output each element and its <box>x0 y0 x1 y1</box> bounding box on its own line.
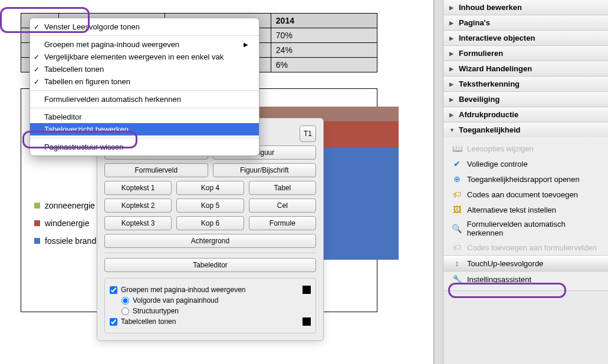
chevron-icon: ▶ <box>449 112 455 118</box>
chevron-icon: ▶ <box>449 81 455 87</box>
opt-label: Structuurtypen <box>133 307 179 315</box>
panel-button[interactable]: Formule <box>249 216 316 230</box>
menu-item-label: Groepen met pagina-inhoud weergeven <box>44 40 179 49</box>
submenu-arrow-icon: ▶ <box>244 41 248 48</box>
opt-label: Volgorde van paginainhoud <box>133 296 218 305</box>
tool-item: 📖Leesopties wijzigen <box>443 141 608 156</box>
accordion-header[interactable]: ▶Beveiliging <box>443 92 608 107</box>
tool-label: Formuliervelden automatisch herkennen <box>467 220 602 237</box>
document-area: 2012 2013 2014 70% 24% 6% <box>0 0 433 364</box>
accordion-header[interactable]: ▶Formulieren <box>443 46 608 61</box>
menu-item[interactable]: ✓Venster Leesvolgorde tonen <box>30 21 259 33</box>
chevron-icon: ▶ <box>449 35 455 41</box>
legend-label: zonneenergie <box>45 201 95 210</box>
menu-item[interactable]: Groepen met pagina-inhoud weergeven▶ <box>30 38 259 51</box>
panel-button[interactable]: Koptekst 2 <box>104 198 172 213</box>
tool-item[interactable]: 🖼Alternatieve tekst instellen <box>443 202 608 217</box>
tool-icon: 🖼 <box>452 204 462 215</box>
menu-item-label: Venster Leesvolgorde tonen <box>44 22 140 31</box>
legend-label: windenergie <box>45 219 90 228</box>
tool-item[interactable]: ✔Volledige controle <box>443 156 608 171</box>
panel-button[interactable]: Achtergrond <box>104 234 316 248</box>
panel-button[interactable]: Kop 6 <box>176 216 244 230</box>
accordion-header[interactable]: ▶Wizard Handelingen <box>443 61 608 76</box>
tool-item[interactable]: 🏷Codes aan document toevoegen <box>443 187 608 202</box>
tool-icon: ⊕ <box>452 174 462 184</box>
tool-icon: 🔍 <box>452 223 462 234</box>
accordion-header[interactable]: ▶Inhoud bewerken <box>443 0 608 15</box>
menu-item-label: Vergelijkbare elementen weergeven in een… <box>44 52 224 61</box>
panel-button[interactable]: Formulierveld <box>104 163 208 177</box>
panel-button[interactable]: Cel <box>249 198 316 213</box>
legend-swatch-icon <box>34 238 40 244</box>
menu-item[interactable]: ✓Vergelijkbare elementen weergeven in ee… <box>30 51 259 63</box>
tool-item[interactable]: 🔍Formuliervelden automatisch herkennen <box>443 217 608 240</box>
panel-button[interactable]: Figuur/Bijschrift <box>213 163 317 177</box>
color-swatch-icon[interactable] <box>303 286 311 294</box>
menu-item[interactable]: ✓Tabellen en figuren tonen <box>30 75 259 88</box>
accordion-label: Beveiliging <box>459 95 499 104</box>
tool-icon: ↕ <box>452 258 462 269</box>
checkbox-groups[interactable] <box>110 286 117 294</box>
tool-item[interactable]: ↕TouchUp-leesvolgorde <box>443 255 608 272</box>
check-icon: ✓ <box>34 65 40 74</box>
tool-item[interactable]: ⊕Toegankelijkheidsrapport openen <box>443 171 608 187</box>
accordion-label: Formulieren <box>459 49 503 58</box>
checkbox-cells[interactable] <box>110 318 117 326</box>
tool-icon: 📖 <box>452 143 462 154</box>
menu-item-label: Paginastructuur wissen <box>44 143 123 151</box>
tabeleditor-button[interactable]: Tabeleditor <box>104 258 316 272</box>
radio-types[interactable] <box>121 307 129 315</box>
opt-cells[interactable]: Tabelcellen tonen <box>110 317 311 326</box>
accordion-header[interactable]: ▶Interactieve objecten <box>443 31 608 45</box>
opt-groups[interactable]: Groepen met pagina-inhoud weergeven <box>110 286 311 294</box>
menu-item[interactable]: Tabeleditor <box>30 111 259 123</box>
tool-label: Alternatieve tekst instellen <box>467 206 556 214</box>
panel-icon[interactable]: T1 <box>300 125 316 142</box>
panel-button[interactable]: Kop 5 <box>176 198 244 213</box>
menu-item[interactable]: ✓Tabelcellen tonen <box>30 63 259 75</box>
chevron-icon: ▶ <box>449 51 455 57</box>
chevron-icon: ▶ <box>449 66 455 72</box>
radio-order[interactable] <box>121 297 129 305</box>
scrollbar[interactable] <box>434 0 443 364</box>
menu-item[interactable]: Paginastructuur wissen <box>30 141 259 153</box>
accordion-label: Toegankelijkheid <box>459 125 521 134</box>
accordion-label: Interactieve objecten <box>459 34 535 42</box>
menu-separator <box>30 90 259 91</box>
menu-item-label: Tabeloverzicht bewerken <box>44 125 129 134</box>
opt-types[interactable]: Structuurtypen <box>110 307 311 315</box>
accordion-header[interactable]: ▼Toegankelijkheid <box>443 123 608 137</box>
accordion-header[interactable]: ▶Tekstherkenning <box>443 77 608 91</box>
panel-button[interactable]: Koptekst 1 <box>104 181 172 195</box>
accordion-label: Pagina's <box>459 18 490 27</box>
opt-label: Tabelcellen tonen <box>121 317 176 326</box>
legend-swatch-icon <box>34 220 40 226</box>
context-menu[interactable]: ✓Venster Leesvolgorde tonenGroepen met p… <box>29 18 259 156</box>
panel-button[interactable]: Koptekst 3 <box>104 216 172 230</box>
tool-label: Codes toevoegen aan formuliervelden <box>467 243 597 252</box>
tool-label: Volledige controle <box>467 160 528 168</box>
chevron-icon: ▶ <box>449 5 455 11</box>
panel-button[interactable]: Tabel <box>249 181 316 195</box>
color-swatch-icon[interactable] <box>303 317 311 326</box>
accordion-header[interactable]: ▶Pagina's <box>443 15 608 30</box>
menu-item[interactable]: Tabeloverzicht bewerken <box>30 123 259 135</box>
panel-button[interactable]: Kop 4 <box>176 181 244 195</box>
menu-item-label: Tabellen en figuren tonen <box>44 77 130 86</box>
tools-pane: ▶Inhoud bewerken▶Pagina's▶Interactieve o… <box>433 0 608 364</box>
check-icon: ✓ <box>34 78 40 86</box>
accordion-header[interactable]: ▶Afdrukproductie <box>443 107 608 122</box>
check-icon: ✓ <box>34 53 40 61</box>
menu-item-label: Formuliervelden automatisch herkennen <box>44 95 181 104</box>
opt-order[interactable]: Volgorde van paginainhoud <box>110 296 311 305</box>
menu-item[interactable]: Formuliervelden automatisch herkennen <box>30 93 259 105</box>
chevron-icon: ▶ <box>449 97 455 102</box>
menu-item-label: Tabelcellen tonen <box>44 65 104 74</box>
tool-item: 🏷Codes toevoegen aan formuliervelden <box>443 240 608 255</box>
tool-label: Toegankelijkheidsrapport openen <box>467 175 580 184</box>
menu-separator <box>30 108 259 108</box>
tool-item[interactable]: 🔧Instellingsassistent <box>443 272 608 287</box>
tool-icon: 🏷 <box>452 189 462 200</box>
check-icon: ✓ <box>34 23 40 31</box>
